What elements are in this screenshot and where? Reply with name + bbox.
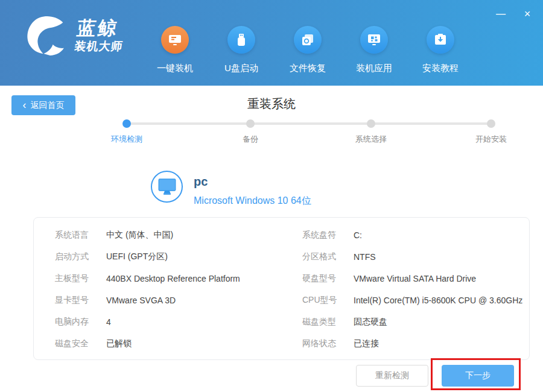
nav-item-usb-boot[interactable]: U盘启动 — [208, 26, 275, 74]
pc-monitor-icon — [151, 171, 183, 203]
steps-track — [127, 122, 491, 125]
info-value: 已解锁 — [106, 338, 132, 349]
info-value: 中文 (简体、中国) — [106, 230, 173, 241]
info-value: VMware SVGA 3D — [106, 296, 176, 305]
app-window: 蓝鲸 装机大师 一键装机 — [0, 0, 543, 392]
info-value: NTFS — [354, 252, 376, 262]
nav-item-install-tutorial[interactable]: 安装教程 — [407, 26, 474, 74]
app-header: 蓝鲸 装机大师 一键装机 — [0, 0, 543, 86]
nav-item-one-key-install[interactable]: 一键装机 — [142, 26, 208, 74]
apps-icon — [360, 26, 388, 54]
info-row: 显卡型号VMware SVGA 3D CPU型号Intel(R) Core(TM… — [34, 289, 529, 311]
info-label: 启动方式 — [55, 251, 106, 262]
pc-os: Microsoft Windows 10 64位 — [194, 195, 311, 207]
info-label: 系统盘符 — [302, 230, 354, 241]
info-row: 磁盘安全已解锁 网络状态已连接 — [34, 333, 529, 355]
info-row: 启动方式UEFI (GPT分区) 分区格式NTFS — [34, 246, 529, 268]
step-label-backup: 备份 — [243, 134, 258, 145]
main-nav: 一键装机 U盘启动 — [0, 0, 543, 86]
step-dot-backup — [246, 119, 255, 128]
window-controls: — × — [492, 6, 536, 22]
next-step-button[interactable]: 下一步 — [442, 365, 514, 387]
pc-texts: pc Microsoft Windows 10 64位 — [194, 171, 311, 207]
info-label: 主板型号 — [55, 273, 106, 284]
download-box-icon — [427, 26, 454, 54]
info-label: 硬盘型号 — [302, 273, 354, 284]
page-title: 重装系统 — [0, 96, 543, 112]
info-label: 磁盘安全 — [55, 338, 106, 349]
recheck-button[interactable]: 重新检测 — [356, 365, 428, 387]
pc-summary: pc Microsoft Windows 10 64位 — [151, 171, 311, 207]
close-button[interactable]: × — [519, 6, 536, 22]
step-label-environment-check: 环境检测 — [111, 134, 142, 145]
info-value: 固态硬盘 — [354, 317, 387, 327]
nav-label: U盘启动 — [208, 63, 275, 74]
info-label: 网络状态 — [302, 338, 354, 349]
info-value: Intel(R) Core(TM) i5-8600K CPU @ 3.60GHz — [354, 296, 522, 305]
photos-icon — [294, 26, 322, 54]
nav-label: 安装教程 — [407, 63, 474, 74]
main-content: pc Microsoft Windows 10 64位 系统语言中文 (简体、中… — [0, 153, 543, 392]
info-row: 主板型号440BX Desktop Reference Platform 硬盘型… — [34, 268, 529, 289]
step-label-start-install: 开始安装 — [475, 134, 507, 145]
nav-label: 装机应用 — [341, 63, 407, 74]
info-value: C: — [354, 230, 362, 240]
usb-icon — [227, 26, 255, 54]
info-value: UEFI (GPT分区) — [106, 251, 168, 262]
info-value: 已连接 — [354, 338, 379, 349]
nav-item-file-recovery[interactable]: 文件恢复 — [275, 26, 341, 74]
step-label-system-select: 系统选择 — [355, 134, 387, 145]
page-subheader: ‹ 返回首页 重装系统 环境检测 备份 系统选择 开始安装 — [0, 86, 543, 153]
system-info-card: 系统语言中文 (简体、中国) 系统盘符C: 启动方式UEFI (GPT分区) 分… — [33, 217, 530, 360]
nav-label: 文件恢复 — [275, 63, 341, 74]
info-label: 分区格式 — [302, 251, 354, 262]
info-row: 系统语言中文 (简体、中国) 系统盘符C: — [34, 224, 529, 246]
step-dot-start-install — [487, 119, 495, 128]
info-label: CPU型号 — [302, 295, 354, 306]
info-label: 磁盘类型 — [302, 317, 354, 327]
pc-name: pc — [194, 174, 311, 189]
info-label: 电脑内存 — [55, 317, 106, 327]
step-dot-system-select — [367, 119, 375, 128]
nav-item-install-apps[interactable]: 装机应用 — [341, 26, 407, 74]
info-label: 系统语言 — [55, 230, 106, 241]
info-row: 电脑内存4 磁盘类型固态硬盘 — [34, 311, 529, 333]
nav-label: 一键装机 — [142, 63, 208, 74]
info-value: 440BX Desktop Reference Platform — [106, 274, 240, 283]
minimize-button[interactable]: — — [492, 6, 509, 22]
step-dot-environment-check — [122, 119, 131, 128]
info-value: 4 — [106, 317, 111, 327]
info-label: 显卡型号 — [55, 295, 106, 306]
monitor-icon — [161, 26, 189, 54]
info-value: VMware Virtual SATA Hard Drive — [354, 274, 476, 283]
